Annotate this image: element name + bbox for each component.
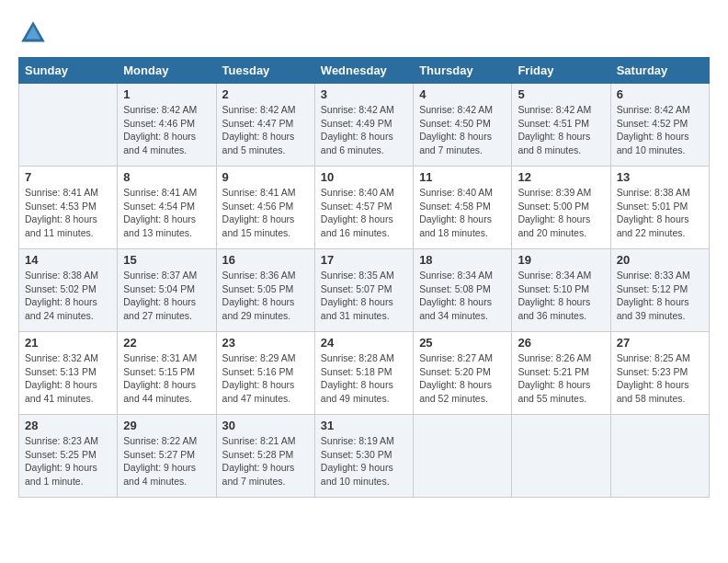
calendar-header-row: SundayMondayTuesdayWednesdayThursdayFrid… xyxy=(19,58,710,84)
day-info: Sunrise: 8:40 AM Sunset: 4:57 PM Dayligh… xyxy=(321,186,407,240)
day-info: Sunrise: 8:29 AM Sunset: 5:16 PM Dayligh… xyxy=(222,351,309,406)
calendar-cell: 24Sunrise: 8:28 AM Sunset: 5:18 PM Dayli… xyxy=(314,332,413,415)
day-number: 24 xyxy=(321,336,407,350)
day-info: Sunrise: 8:42 AM Sunset: 4:51 PM Dayligh… xyxy=(518,103,604,157)
calendar-week-row: 14Sunrise: 8:38 AM Sunset: 5:02 PM Dayli… xyxy=(19,249,710,332)
day-info: Sunrise: 8:38 AM Sunset: 5:02 PM Dayligh… xyxy=(25,269,111,323)
day-info: Sunrise: 8:42 AM Sunset: 4:52 PM Dayligh… xyxy=(617,103,703,157)
col-header-saturday: Saturday xyxy=(610,58,709,84)
day-number: 30 xyxy=(222,419,309,432)
day-number: 2 xyxy=(222,87,309,101)
day-number: 23 xyxy=(222,336,309,350)
day-number: 6 xyxy=(617,87,703,101)
day-info: Sunrise: 8:22 AM Sunset: 5:27 PM Dayligh… xyxy=(123,434,210,488)
day-info: Sunrise: 8:38 AM Sunset: 5:01 PM Dayligh… xyxy=(617,186,703,240)
day-info: Sunrise: 8:42 AM Sunset: 4:46 PM Dayligh… xyxy=(123,103,210,157)
calendar-cell: 1Sunrise: 8:42 AM Sunset: 4:46 PM Daylig… xyxy=(118,84,216,167)
day-number: 9 xyxy=(222,170,309,184)
day-number: 28 xyxy=(25,419,111,432)
day-info: Sunrise: 8:27 AM Sunset: 5:20 PM Dayligh… xyxy=(419,351,506,406)
day-info: Sunrise: 8:42 AM Sunset: 4:50 PM Dayligh… xyxy=(419,103,506,157)
day-info: Sunrise: 8:40 AM Sunset: 4:58 PM Dayligh… xyxy=(419,186,506,240)
col-header-sunday: Sunday xyxy=(19,58,118,84)
calendar-cell: 20Sunrise: 8:33 AM Sunset: 5:12 PM Dayli… xyxy=(610,249,709,332)
day-number: 18 xyxy=(419,253,506,267)
calendar-cell: 29Sunrise: 8:22 AM Sunset: 5:27 PM Dayli… xyxy=(118,415,216,498)
calendar-cell: 4Sunrise: 8:42 AM Sunset: 4:50 PM Daylig… xyxy=(414,84,512,167)
day-info: Sunrise: 8:34 AM Sunset: 5:10 PM Dayligh… xyxy=(518,269,604,323)
col-header-thursday: Thursday xyxy=(414,58,512,84)
day-info: Sunrise: 8:28 AM Sunset: 5:18 PM Dayligh… xyxy=(321,351,407,406)
day-info: Sunrise: 8:41 AM Sunset: 4:53 PM Dayligh… xyxy=(25,186,111,240)
day-info: Sunrise: 8:41 AM Sunset: 4:56 PM Dayligh… xyxy=(222,186,309,240)
day-number: 4 xyxy=(419,87,506,101)
col-header-friday: Friday xyxy=(512,58,610,84)
calendar-cell: 17Sunrise: 8:35 AM Sunset: 5:07 PM Dayli… xyxy=(314,249,413,332)
col-header-wednesday: Wednesday xyxy=(314,58,413,84)
col-header-monday: Monday xyxy=(118,58,216,84)
calendar-cell xyxy=(512,415,610,498)
day-number: 1 xyxy=(123,87,210,101)
day-number: 19 xyxy=(518,253,604,267)
day-info: Sunrise: 8:37 AM Sunset: 5:04 PM Dayligh… xyxy=(123,269,210,323)
day-info: Sunrise: 8:35 AM Sunset: 5:07 PM Dayligh… xyxy=(321,269,407,323)
calendar-cell: 11Sunrise: 8:40 AM Sunset: 4:58 PM Dayli… xyxy=(414,167,512,249)
day-info: Sunrise: 8:39 AM Sunset: 5:00 PM Dayligh… xyxy=(518,186,604,240)
day-number: 15 xyxy=(123,253,210,267)
day-number: 8 xyxy=(123,170,210,184)
calendar-cell xyxy=(610,415,709,498)
calendar-week-row: 7Sunrise: 8:41 AM Sunset: 4:53 PM Daylig… xyxy=(19,167,710,249)
calendar-week-row: 21Sunrise: 8:32 AM Sunset: 5:13 PM Dayli… xyxy=(19,332,710,415)
calendar-cell: 12Sunrise: 8:39 AM Sunset: 5:00 PM Dayli… xyxy=(512,167,610,249)
day-number: 26 xyxy=(518,336,604,350)
calendar-cell: 6Sunrise: 8:42 AM Sunset: 4:52 PM Daylig… xyxy=(610,84,709,167)
calendar-cell: 15Sunrise: 8:37 AM Sunset: 5:04 PM Dayli… xyxy=(118,249,216,332)
day-info: Sunrise: 8:41 AM Sunset: 4:54 PM Dayligh… xyxy=(123,186,210,240)
calendar-week-row: 1Sunrise: 8:42 AM Sunset: 4:46 PM Daylig… xyxy=(19,84,710,167)
day-info: Sunrise: 8:42 AM Sunset: 4:49 PM Dayligh… xyxy=(321,103,407,157)
calendar-cell: 22Sunrise: 8:31 AM Sunset: 5:15 PM Dayli… xyxy=(118,332,216,415)
day-info: Sunrise: 8:25 AM Sunset: 5:23 PM Dayligh… xyxy=(617,351,703,406)
calendar-cell: 13Sunrise: 8:38 AM Sunset: 5:01 PM Dayli… xyxy=(610,167,709,249)
day-info: Sunrise: 8:34 AM Sunset: 5:08 PM Dayligh… xyxy=(419,269,506,323)
calendar-cell: 9Sunrise: 8:41 AM Sunset: 4:56 PM Daylig… xyxy=(216,167,314,249)
day-number: 17 xyxy=(321,253,407,267)
calendar-cell: 26Sunrise: 8:26 AM Sunset: 5:21 PM Dayli… xyxy=(512,332,610,415)
day-number: 27 xyxy=(617,336,703,350)
day-info: Sunrise: 8:33 AM Sunset: 5:12 PM Dayligh… xyxy=(617,269,703,323)
day-number: 12 xyxy=(518,170,604,184)
day-info: Sunrise: 8:42 AM Sunset: 4:47 PM Dayligh… xyxy=(222,103,309,157)
page-header xyxy=(18,18,710,48)
calendar-cell: 30Sunrise: 8:21 AM Sunset: 5:28 PM Dayli… xyxy=(216,415,314,498)
calendar-cell: 19Sunrise: 8:34 AM Sunset: 5:10 PM Dayli… xyxy=(512,249,610,332)
day-info: Sunrise: 8:23 AM Sunset: 5:25 PM Dayligh… xyxy=(25,434,111,488)
day-number: 16 xyxy=(222,253,309,267)
calendar-cell: 7Sunrise: 8:41 AM Sunset: 4:53 PM Daylig… xyxy=(19,167,118,249)
calendar-cell xyxy=(414,415,512,498)
calendar-cell: 2Sunrise: 8:42 AM Sunset: 4:47 PM Daylig… xyxy=(216,84,314,167)
day-number: 5 xyxy=(518,87,604,101)
calendar-cell: 31Sunrise: 8:19 AM Sunset: 5:30 PM Dayli… xyxy=(314,415,413,498)
calendar-cell: 14Sunrise: 8:38 AM Sunset: 5:02 PM Dayli… xyxy=(19,249,118,332)
day-info: Sunrise: 8:21 AM Sunset: 5:28 PM Dayligh… xyxy=(222,434,309,488)
day-number: 25 xyxy=(419,336,506,350)
col-header-tuesday: Tuesday xyxy=(216,58,314,84)
day-info: Sunrise: 8:32 AM Sunset: 5:13 PM Dayligh… xyxy=(25,351,111,406)
day-number: 22 xyxy=(123,336,210,350)
day-number: 10 xyxy=(321,170,407,184)
calendar-cell: 25Sunrise: 8:27 AM Sunset: 5:20 PM Dayli… xyxy=(414,332,512,415)
day-info: Sunrise: 8:36 AM Sunset: 5:05 PM Dayligh… xyxy=(222,269,309,323)
calendar-cell: 23Sunrise: 8:29 AM Sunset: 5:16 PM Dayli… xyxy=(216,332,314,415)
calendar-cell: 28Sunrise: 8:23 AM Sunset: 5:25 PM Dayli… xyxy=(19,415,118,498)
calendar-cell: 10Sunrise: 8:40 AM Sunset: 4:57 PM Dayli… xyxy=(314,167,413,249)
day-number: 21 xyxy=(25,336,111,350)
day-number: 29 xyxy=(123,419,210,432)
day-number: 20 xyxy=(617,253,703,267)
day-number: 14 xyxy=(25,253,111,267)
calendar-cell xyxy=(19,84,118,167)
calendar-cell: 3Sunrise: 8:42 AM Sunset: 4:49 PM Daylig… xyxy=(314,84,413,167)
day-number: 13 xyxy=(617,170,703,184)
day-number: 11 xyxy=(419,170,506,184)
calendar-cell: 8Sunrise: 8:41 AM Sunset: 4:54 PM Daylig… xyxy=(118,167,216,249)
calendar-cell: 27Sunrise: 8:25 AM Sunset: 5:23 PM Dayli… xyxy=(610,332,709,415)
